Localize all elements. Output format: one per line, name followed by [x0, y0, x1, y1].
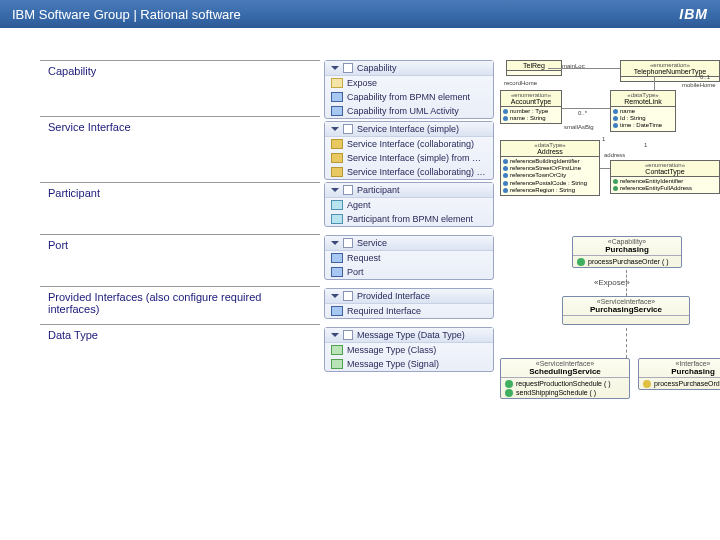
section-title: Capability	[48, 65, 312, 77]
menu-header[interactable]: Service	[325, 236, 493, 251]
assoc-recordhome: recordHome	[504, 80, 537, 86]
dropdown-arrow-icon	[331, 294, 339, 298]
header-title: IBM Software Group | Rational software	[12, 7, 241, 22]
menu-item[interactable]: Service Interface (simple) from BPMN cla…	[325, 151, 493, 165]
service-diagram: «Capability»Purchasing processPurchaseOr…	[500, 236, 712, 496]
uml-address: «dataType»Address referenceBuildingIdent…	[500, 140, 600, 196]
si-icon	[331, 167, 343, 177]
menu-port[interactable]: Service Request Port	[324, 235, 494, 280]
menu-header[interactable]: Service Interface (simple)	[325, 122, 493, 137]
realization-connector	[626, 328, 627, 358]
menu-provided[interactable]: Provided Interface Required Interface	[324, 288, 494, 319]
uml-connector	[548, 68, 620, 69]
operation-icon	[643, 380, 651, 388]
menu-header[interactable]: Message Type (Data Type)	[325, 328, 493, 343]
scheduling-service: «ServiceInterface»SchedulingService requ…	[500, 358, 630, 399]
card-1b: 1	[644, 142, 647, 148]
menu-item[interactable]: Message Type (Signal)	[325, 357, 493, 371]
uml-connector	[654, 76, 655, 90]
menu-header-label: Provided Interface	[357, 291, 430, 301]
bpmn-icon	[331, 92, 343, 102]
uml-class-diagram: TelReg «enumeration»TelephoneNumberType …	[500, 60, 712, 200]
dropdown-arrow-icon	[331, 66, 339, 70]
menu-item[interactable]: Expose	[325, 76, 493, 90]
msg-class-icon	[331, 345, 343, 355]
uml-connector	[600, 168, 610, 169]
menu-header[interactable]: Provided Interface	[325, 289, 493, 304]
sections-column: Capability Service Interface Participant…	[40, 60, 320, 386]
purchasing-service: «ServiceInterface»PurchasingService	[562, 296, 690, 325]
menu-item[interactable]: Service Interface (collaborating)	[325, 137, 493, 151]
section-data-type: Data Type	[40, 324, 320, 386]
menu-item[interactable]: Capability from UML Activity	[325, 104, 493, 118]
menu-item[interactable]: Port	[325, 265, 493, 279]
menu-participant[interactable]: Participant Agent Participant from BPMN …	[324, 182, 494, 227]
menu-header-label: Participant	[357, 185, 400, 195]
menu-item[interactable]: Required Interface	[325, 304, 493, 318]
service-interface-icon	[343, 124, 353, 134]
card-0n: 0..*	[578, 110, 587, 116]
section-title: Service Interface	[48, 121, 312, 133]
menu-column: Capability Expose Capability from BPMN e…	[324, 60, 494, 386]
dropdown-arrow-icon	[331, 333, 339, 337]
dropdown-arrow-icon	[331, 127, 339, 131]
interface-purchasing: «Interface»Purchasing processPurchaseOrd…	[638, 358, 720, 390]
agent-icon	[331, 200, 343, 210]
diagram-column: TelReg «enumeration»TelephoneNumberType …	[500, 60, 712, 386]
expose-label: «Expose»	[594, 278, 630, 287]
uml-remote-link: «dataType»RemoteLink name Id : String ti…	[610, 90, 676, 132]
menu-header-label: Service	[357, 238, 387, 248]
menu-service-interface[interactable]: Service Interface (simple) Service Inter…	[324, 121, 494, 180]
menu-header[interactable]: Capability	[325, 61, 493, 76]
menu-item[interactable]: Participant from BPMN element	[325, 212, 493, 226]
participant-bpmn-icon	[331, 214, 343, 224]
port-icon	[331, 267, 343, 277]
operation-icon	[577, 258, 585, 266]
main-content: Capability Service Interface Participant…	[40, 60, 712, 386]
si-icon	[331, 153, 343, 163]
participant-icon	[343, 185, 353, 195]
card-01: 0..1	[700, 74, 710, 80]
assoc-smallasbig: smallAsBig	[564, 124, 594, 130]
request-icon	[331, 253, 343, 263]
menu-item[interactable]: Capability from BPMN element	[325, 90, 493, 104]
uml-contact-type: «enumeration»ContactType referenceEntity…	[610, 160, 720, 194]
message-type-icon	[343, 330, 353, 340]
menu-header-label: Message Type (Data Type)	[357, 330, 465, 340]
expose-icon	[331, 78, 343, 88]
menu-datatype[interactable]: Message Type (Data Type) Message Type (C…	[324, 327, 494, 372]
si-icon	[331, 139, 343, 149]
capability-purchasing: «Capability»Purchasing processPurchaseOr…	[572, 236, 682, 268]
menu-item[interactable]: Service Interface (collaborating) from B…	[325, 165, 493, 179]
menu-capability[interactable]: Capability Expose Capability from BPMN e…	[324, 60, 494, 119]
capability-icon	[343, 63, 353, 73]
menu-item[interactable]: Agent	[325, 198, 493, 212]
section-port: Port	[40, 234, 320, 286]
menu-header-label: Service Interface (simple)	[357, 124, 459, 134]
required-icon	[331, 306, 343, 316]
msg-signal-icon	[331, 359, 343, 369]
section-capability: Capability	[40, 60, 320, 116]
uml-icon	[331, 106, 343, 116]
ibm-logo: IBM	[679, 6, 708, 22]
menu-item[interactable]: Message Type (Class)	[325, 343, 493, 357]
dropdown-arrow-icon	[331, 188, 339, 192]
menu-header[interactable]: Participant	[325, 183, 493, 198]
operation-icon	[505, 380, 513, 388]
uml-account-type: «enumeration»AccountType number : Type n…	[500, 90, 562, 124]
section-title: Participant	[48, 187, 312, 199]
section-title: Provided Interfaces (also configure requ…	[48, 291, 312, 315]
app-header: IBM Software Group | Rational software I…	[0, 0, 720, 28]
section-title: Port	[48, 239, 312, 251]
section-service-interface: Service Interface	[40, 116, 320, 182]
section-title: Data Type	[48, 329, 312, 341]
uml-connector	[562, 108, 610, 109]
assoc-mobile: mobileHome	[682, 82, 716, 88]
menu-item[interactable]: Request	[325, 251, 493, 265]
card-1: 1	[602, 136, 605, 142]
dropdown-arrow-icon	[331, 241, 339, 245]
menu-header-label: Capability	[357, 63, 397, 73]
service-icon	[343, 238, 353, 248]
section-participant: Participant	[40, 182, 320, 234]
section-provided-interfaces: Provided Interfaces (also configure requ…	[40, 286, 320, 324]
